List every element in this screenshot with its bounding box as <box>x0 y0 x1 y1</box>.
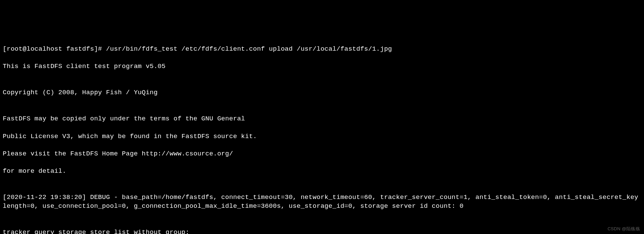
shell-command: /usr/bin/fdfs_test /etc/fdfs/client.conf… <box>106 45 392 53</box>
output-line: tracker_query_storage_store_list_without… <box>3 228 641 234</box>
output-line: This is FastDFS client test program v5.0… <box>3 62 641 71</box>
output-line: for more detail. <box>3 167 641 176</box>
command-line: [root@localhost fastdfs]# /usr/bin/fdfs_… <box>3 45 641 54</box>
output-line: Please visit the FastDFS Home Page http:… <box>3 150 641 158</box>
output-line: Public License V3, which may be found in… <box>3 132 641 141</box>
output-line: [2020-11-22 19:38:20] DEBUG - base_path=… <box>3 193 641 211</box>
output-line: FastDFS may be copied only under the ter… <box>3 115 641 123</box>
shell-prompt: [root@localhost fastdfs]# <box>3 45 106 53</box>
terminal-output: [root@localhost fastdfs]# /usr/bin/fdfs_… <box>3 36 641 234</box>
output-line: Copyright (C) 2008, Happy Fish / YuQing <box>3 88 641 97</box>
watermark: CSDN @陌殇殇 <box>608 226 640 232</box>
